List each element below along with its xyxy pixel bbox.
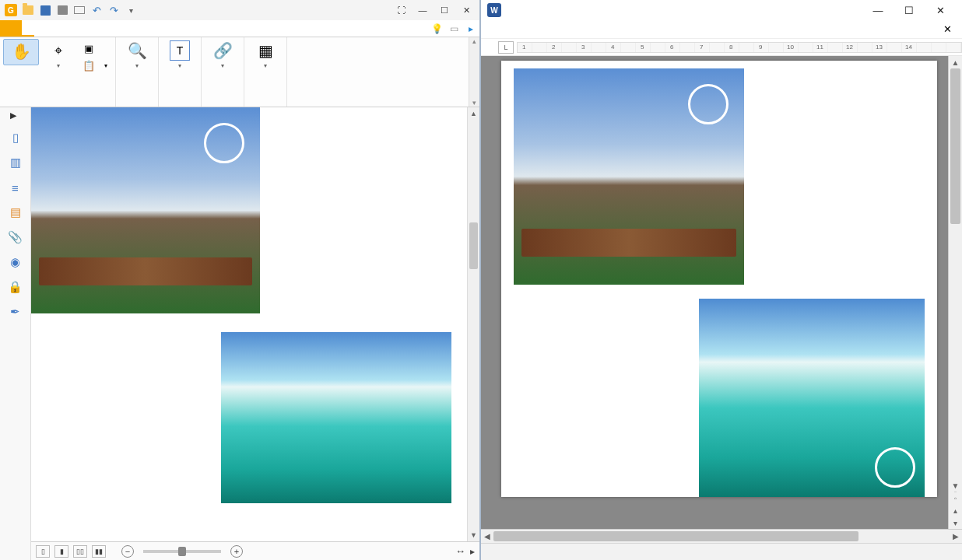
print-icon[interactable] xyxy=(54,2,70,18)
layers-icon[interactable]: ≡ xyxy=(7,179,24,196)
signatures-icon[interactable]: ✒ xyxy=(7,303,24,320)
zoom-in-button[interactable]: + xyxy=(230,545,243,558)
rhine-falls-photo xyxy=(699,299,925,497)
links-button[interactable]: 🔗▾ xyxy=(205,39,240,71)
sidebar-toggle-icon[interactable]: ▶ xyxy=(10,110,21,121)
hand-tool-button[interactable]: ✋ xyxy=(3,39,39,65)
word-viewer-window: W — ☐ ✕ ✕ L 1 2 3 4 5 6 7 8 9 10 11 12 1… xyxy=(481,0,962,560)
mail-icon[interactable] xyxy=(72,2,87,18)
hand-icon: ✋ xyxy=(11,41,31,61)
continuous-facing-view-icon[interactable]: ▮▮ xyxy=(92,545,106,558)
document-page xyxy=(501,61,937,497)
camera-icon: ▣ xyxy=(83,42,95,54)
maximize-button[interactable]: ☐ xyxy=(434,2,455,18)
ribbon-toggle-icon[interactable]: ▸ xyxy=(462,20,479,37)
document-page xyxy=(31,107,467,541)
ruler: L 1 2 3 4 5 6 7 8 9 10 11 12 13 14 xyxy=(481,39,962,56)
bookmarks-icon[interactable]: ▥ xyxy=(7,154,24,171)
menu-bar: ✕ xyxy=(481,20,962,39)
tab-share[interactable] xyxy=(97,20,109,37)
tab-protect[interactable] xyxy=(84,20,97,37)
save-icon[interactable] xyxy=(37,2,53,18)
file-menu[interactable] xyxy=(0,20,22,37)
view-button[interactable]: 🔍▾ xyxy=(119,39,155,71)
zoom-out-button[interactable]: − xyxy=(121,545,134,558)
comments-icon[interactable]: ▤ xyxy=(7,204,24,221)
next-icon[interactable]: ▸ xyxy=(470,546,475,557)
security-icon[interactable]: 🔒 xyxy=(7,278,24,296)
fullscreen-icon[interactable]: ⛶ xyxy=(391,2,411,18)
maximize-button[interactable]: ☐ xyxy=(894,0,925,20)
navigation-sidebar: ▶ ▯ ▥ ≡ ▤ 📎 ◉ 🔒 ✒ xyxy=(0,107,31,560)
close-button[interactable]: ✕ xyxy=(925,0,956,20)
close-document-icon[interactable]: ✕ xyxy=(940,23,954,37)
horizontal-scrollbar[interactable]: ◀▶ xyxy=(481,529,962,543)
tab-comment[interactable] xyxy=(34,20,47,37)
word-icon: W xyxy=(487,3,501,17)
snapshot-button[interactable]: ▣ xyxy=(79,40,111,56)
text-select-icon: T xyxy=(170,40,190,61)
zoom-icon: 🔍 xyxy=(127,40,147,61)
tab-home[interactable] xyxy=(22,20,34,37)
minimize-button[interactable]: — xyxy=(862,0,894,20)
rhine-falls-photo xyxy=(221,332,451,503)
pdf-viewer-window: G ↶ ↷ ▾ ⛶ — ☐ ✕ 💡 ▭ ▸ xyxy=(0,0,481,560)
titlebar: W — ☐ ✕ xyxy=(481,0,962,20)
clipboard-icon: 📋 xyxy=(83,59,95,72)
ruler-strip[interactable]: 1 2 3 4 5 6 7 8 9 10 11 12 13 14 xyxy=(517,42,962,53)
vertical-scrollbar[interactable]: ▲▼ xyxy=(467,107,479,541)
stamps-icon[interactable]: ◉ xyxy=(7,254,24,271)
fit-width-icon[interactable]: ↔ xyxy=(455,545,465,557)
app-icon[interactable]: G xyxy=(3,2,19,18)
tools-group-label xyxy=(3,94,112,107)
tab-fill-sign[interactable] xyxy=(47,20,59,37)
tab-view[interactable] xyxy=(59,20,72,37)
comment-button[interactable]: T▾ xyxy=(162,39,198,71)
ribbon-tabs: 💡 ▭ ▸ xyxy=(0,20,479,37)
vertical-scrollbar[interactable]: ▲ ▼◦▴▾ xyxy=(948,56,962,529)
number-badge-4 xyxy=(875,447,915,488)
matterhorn-photo xyxy=(31,107,260,313)
page-panel-icon[interactable]: ▯ xyxy=(7,129,24,146)
facing-view-icon[interactable]: ▯▯ xyxy=(73,545,87,558)
ribbon: ✋ ⌖ ▾ ▣ 📋▾ 🔍▾ T▾ xyxy=(0,37,479,107)
status-bar: ▯ ▮ ▯▯ ▮▮ − + ↔ ▸ xyxy=(31,541,479,560)
clipboard-button[interactable]: 📋▾ xyxy=(79,58,111,73)
matterhorn-photo xyxy=(514,68,744,285)
select-tool-button[interactable]: ⌖ ▾ xyxy=(40,39,76,71)
cursor-icon: ⌖ xyxy=(48,40,68,61)
minimize-button[interactable]: — xyxy=(413,2,433,18)
insert-icon: ▦ xyxy=(255,40,276,61)
status-bar xyxy=(481,543,962,560)
redo-icon[interactable]: ↷ xyxy=(106,2,121,18)
qat-more-icon[interactable]: ▾ xyxy=(123,2,139,18)
settings-icon[interactable]: ▭ xyxy=(445,20,462,37)
number-badge-3 xyxy=(204,123,244,163)
number-badge-3 xyxy=(688,84,729,124)
continuous-view-icon[interactable]: ▮ xyxy=(54,545,68,558)
bulb-icon[interactable]: 💡 xyxy=(428,20,445,37)
undo-icon[interactable]: ↶ xyxy=(89,2,104,18)
zoom-slider[interactable] xyxy=(143,550,221,553)
quick-access-toolbar: G ↶ ↷ ▾ xyxy=(3,2,139,18)
tab-connect[interactable] xyxy=(109,20,121,37)
attachments-icon[interactable]: 📎 xyxy=(7,229,24,246)
link-icon: 🔗 xyxy=(212,40,233,61)
document-area xyxy=(481,56,948,529)
titlebar: G ↶ ↷ ▾ ⛶ — ☐ ✕ xyxy=(0,0,479,20)
open-icon[interactable] xyxy=(20,2,36,18)
close-button[interactable]: ✕ xyxy=(456,2,476,18)
ruler-corner[interactable]: L xyxy=(498,41,514,54)
tab-form[interactable] xyxy=(72,20,84,37)
tab-help[interactable] xyxy=(121,20,134,37)
insert-button[interactable]: ▦▾ xyxy=(248,39,283,71)
ribbon-scroll[interactable]: ▴▾ xyxy=(469,37,479,107)
single-page-view-icon[interactable]: ▯ xyxy=(36,545,50,558)
